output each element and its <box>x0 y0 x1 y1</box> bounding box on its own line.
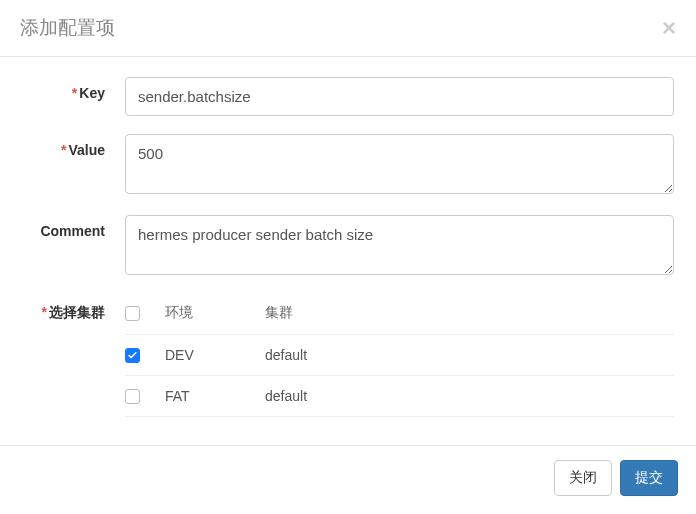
form-group-comment: Comment hermes producer sender batch siz… <box>15 215 674 278</box>
comment-textarea[interactable]: hermes producer sender batch size <box>125 215 674 275</box>
add-config-modal: 添加配置项 × *Key *Value 500 Comment hermes p… <box>0 0 696 510</box>
form-group-cluster: *选择集群 环境 集群 <box>15 296 674 417</box>
form-group-value: *Value 500 <box>15 134 674 197</box>
close-icon[interactable]: × <box>662 16 676 40</box>
cluster-checkbox-dev[interactable] <box>125 348 140 363</box>
value-textarea[interactable]: 500 <box>125 134 674 194</box>
value-label: *Value <box>15 134 125 197</box>
cluster-env: DEV <box>165 347 265 363</box>
key-input[interactable] <box>125 77 674 116</box>
cluster-checkbox-fat[interactable] <box>125 389 140 404</box>
submit-button[interactable]: 提交 <box>620 460 678 496</box>
comment-label: Comment <box>15 215 125 278</box>
select-all-checkbox[interactable] <box>125 306 140 321</box>
cluster-name: default <box>265 388 674 404</box>
cluster-header-cluster: 集群 <box>265 304 674 322</box>
cluster-header-row: 环境 集群 <box>125 296 674 335</box>
cluster-header-env: 环境 <box>165 304 265 322</box>
cluster-row: DEV default <box>125 335 674 376</box>
cluster-env: FAT <box>165 388 265 404</box>
cluster-label: *选择集群 <box>15 296 125 417</box>
close-button[interactable]: 关闭 <box>554 460 612 496</box>
cluster-table: 环境 集群 DEV default <box>125 296 674 417</box>
modal-footer: 关闭 提交 <box>0 445 696 510</box>
modal-header: 添加配置项 × <box>0 0 696 57</box>
form-group-key: *Key <box>15 77 674 116</box>
cluster-name: default <box>265 347 674 363</box>
modal-title: 添加配置项 <box>20 15 115 41</box>
modal-body: *Key *Value 500 Comment hermes producer … <box>0 57 696 445</box>
key-label: *Key <box>15 77 125 116</box>
cluster-row: FAT default <box>125 376 674 417</box>
